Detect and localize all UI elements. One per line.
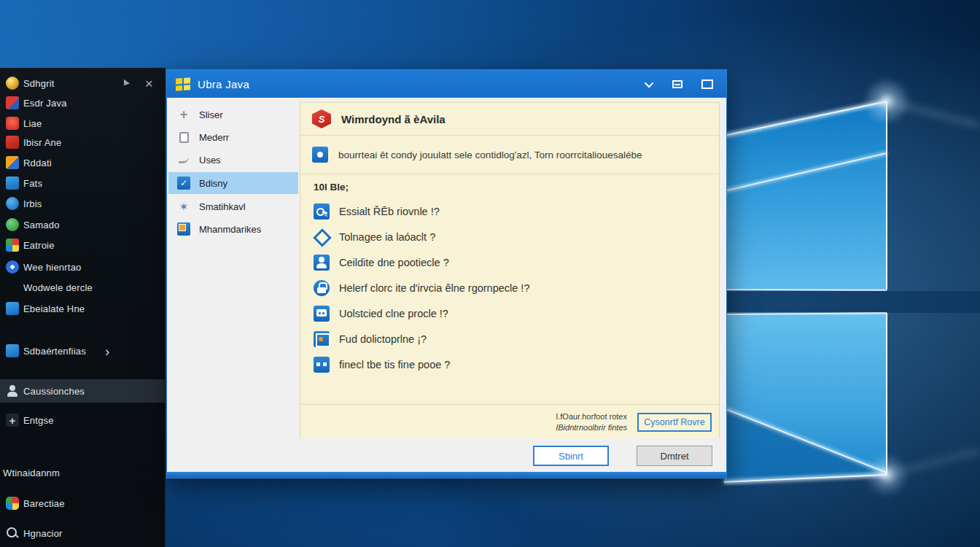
- question-item[interactable]: Helerf clorc ite d'irvcia êlne rgornpecl…: [314, 275, 706, 300]
- search-icon: [6, 527, 19, 540]
- nav-item-label: Sliser: [199, 109, 223, 120]
- sidebar-item-label: Ibisr Ane: [23, 137, 61, 148]
- content-subheader-text: bourrteai êt condy jouulatt sele contidl…: [338, 150, 642, 160]
- diamond-icon: [314, 229, 330, 245]
- sidebar-item-label: Liae: [23, 118, 42, 129]
- footer-note-line2: IBidntrnoolbrir fintes: [556, 423, 627, 432]
- desktop: Sdhgrit × Esdr Java Liae Ibisr Ane Rddat…: [0, 0, 980, 547]
- plus-icon: +: [180, 107, 188, 123]
- orange-blue-app-icon: [6, 156, 19, 169]
- alert-icon: [6, 117, 19, 130]
- title-bar[interactable]: Ubra Java: [167, 70, 726, 98]
- question-item[interactable]: finecl tbe tis fine pooe ?: [314, 352, 706, 377]
- sidebar-item[interactable]: Samado: [0, 214, 165, 235]
- question-label: Helerf clorc ite d'irvcia êlne rgornpecl…: [339, 282, 529, 294]
- sidebar-item-label: Hgnacior: [23, 528, 63, 539]
- maximize-icon[interactable]: [701, 79, 713, 89]
- photo-icon: [314, 331, 330, 347]
- sidebar-item[interactable]: Ibisr Ane: [0, 132, 165, 152]
- nav-item[interactable]: ✶Smatihkavl: [168, 196, 298, 217]
- sidebar-item[interactable]: Fats: [0, 173, 165, 193]
- document-icon: [179, 132, 189, 143]
- app-windows-logo-icon: [176, 77, 190, 91]
- app-tile-red-blue-icon: [6, 96, 19, 109]
- content-subheader: bourrteai êt condy jouulatt sele contidl…: [300, 136, 719, 174]
- red-app-icon: [6, 136, 19, 149]
- sidebar-item[interactable]: Barectiae: [0, 493, 165, 513]
- back-arrow-icon[interactable]: [121, 79, 130, 87]
- blue-tile-icon: [6, 302, 19, 315]
- question-label: Fud dolictoprlne ¡?: [339, 333, 427, 345]
- icon-spacer: [6, 281, 19, 294]
- nav-item[interactable]: Mhanmdarikes: [168, 219, 298, 239]
- sidebar-item[interactable]: Eatroie: [0, 235, 165, 255]
- sidebar-item-search[interactable]: Hgnacior: [0, 523, 165, 543]
- nav-item-label: Mhanmdarikes: [199, 224, 261, 235]
- start-sidebar: Sdhgrit × Esdr Java Liae Ibisr Ane Rddat…: [0, 68, 166, 547]
- lock-icon: [314, 280, 330, 296]
- sidebar-item-user[interactable]: Caussionches: [0, 379, 165, 403]
- restore-icon[interactable]: [672, 80, 682, 88]
- sidebar-item-expandable[interactable]: Sdbaértenfiias ›: [0, 341, 165, 361]
- dialog-footer: Sbinrt Dmtret: [167, 438, 726, 472]
- star-icon: ✶: [179, 200, 188, 214]
- coin-icon: [6, 77, 19, 90]
- sidebar-item-label: Eatroie: [23, 240, 55, 251]
- questions-heading: 10l Ble;: [314, 182, 706, 193]
- sidebar-item-label: Entgse: [23, 415, 54, 426]
- green-circle-app-icon: [6, 218, 19, 231]
- sidebar-item-label: Wodwele dercle: [23, 282, 93, 293]
- sidebar-item-label: Esdr Java: [23, 98, 67, 109]
- nav-item-label: Mederr: [199, 132, 229, 143]
- nav-item[interactable]: Mederr: [168, 127, 298, 147]
- sidebar-item-label: Fats: [23, 178, 42, 189]
- close-icon[interactable]: ×: [145, 77, 153, 90]
- question-label: Essialt ŘĒb riovnle !?: [339, 206, 440, 217]
- sidebar-item[interactable]: Esdr Java: [0, 93, 165, 113]
- sidebar-item[interactable]: Wee hienrtao: [0, 257, 165, 277]
- sidebar-item-add[interactable]: + Entgse: [0, 410, 165, 430]
- sidebar-item-label: Irbis: [23, 198, 42, 209]
- content-header: S Wimrdoynd ã èAvila: [300, 103, 719, 136]
- question-item[interactable]: Ceildite dne pootiecle ?: [314, 249, 706, 275]
- question-item[interactable]: Fud dolictoprlne ¡?: [314, 326, 706, 352]
- sidebar-item[interactable]: Ebeialate Hne: [0, 298, 165, 319]
- sidebar-item-label: Rddati: [23, 158, 52, 168]
- blue-tile-icon: [6, 176, 19, 190]
- blue-circle-app-icon: [6, 197, 19, 210]
- sidebar-item[interactable]: Wtinaidannm: [0, 462, 165, 483]
- nav-item-label: Smatihkavl: [199, 201, 246, 212]
- secondary-button[interactable]: Dmtret: [637, 446, 712, 466]
- question-label: Uolstcied clne procle !?: [339, 308, 448, 319]
- bird-tile-icon: ✓: [177, 176, 190, 190]
- nav-item[interactable]: Uses: [168, 150, 298, 170]
- content-header-title: Wimrdoynd ã èAvila: [341, 113, 446, 125]
- sidebar-item[interactable]: Irbis: [0, 193, 165, 214]
- sidebar-header: Sdhgrit ×: [0, 73, 165, 93]
- dialog-nav: +Sliser Mederr Uses ✓Bdisny ✶Smatihkavl …: [167, 98, 300, 438]
- person-icon: [314, 255, 330, 271]
- sidebar-item[interactable]: Wodwele dercle: [0, 277, 165, 298]
- configure-button[interactable]: Cysonrtf Rovre: [637, 413, 712, 432]
- plus-icon: +: [6, 414, 19, 427]
- question-item[interactable]: Uolstcied clne procle !?: [314, 300, 706, 326]
- sidebar-item-label: Ebeialate Hne: [23, 303, 85, 314]
- chevron-down-icon[interactable]: [645, 78, 654, 88]
- window-title: Ubra Java: [198, 78, 249, 90]
- question-item[interactable]: Essialt ŘĒb riovnle !?: [314, 198, 706, 224]
- blue-tile-icon: [6, 344, 19, 357]
- quad-color-app-icon: [6, 238, 19, 252]
- sidebar-item[interactable]: Rddati: [0, 152, 165, 173]
- user-icon: [6, 384, 19, 397]
- nav-item-selected[interactable]: ✓Bdisny: [168, 172, 298, 194]
- nav-item[interactable]: +Sliser: [168, 104, 298, 125]
- key-icon: [314, 203, 330, 220]
- sidebar-item-label: Wee hienrtao: [23, 262, 82, 273]
- dialog-window: Ubra Java +Sliser Mederr Uses ✓Bdisny ✶S…: [166, 69, 727, 478]
- questions-list: 10l Ble; Essialt ŘĒb riovnle !? Tolnagee…: [300, 174, 719, 404]
- question-item[interactable]: Tolnagee ia laóaclt ?: [314, 224, 706, 249]
- sidebar-item-label: Barectiae: [23, 498, 65, 509]
- primary-button[interactable]: Sbinrt: [533, 446, 609, 466]
- sidebar-item[interactable]: Liae: [0, 113, 165, 133]
- question-label: Ceildite dne pootiecle ?: [339, 257, 449, 268]
